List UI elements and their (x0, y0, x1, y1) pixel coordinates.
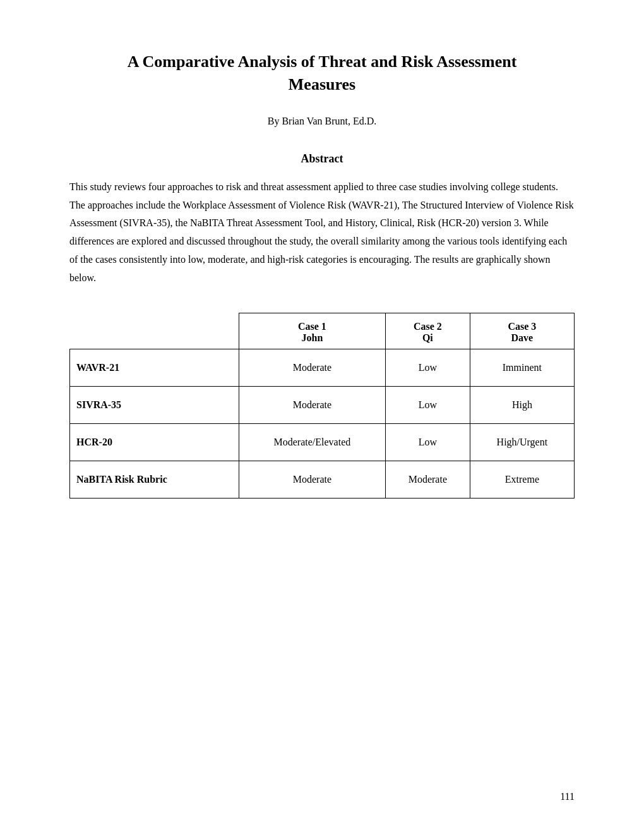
table-row: HCR-20 Moderate/Elevated Low High/Urgent (70, 423, 575, 461)
hcr20-case2: Low (385, 423, 470, 461)
table-row: SIVRA-35 Moderate Low High (70, 386, 575, 423)
hcr20-case3: High/Urgent (470, 423, 574, 461)
case2-header: Case 2 Qi (385, 313, 470, 349)
row-label-sivra35: SIVRA-35 (70, 386, 239, 423)
wavr21-case3: Imminent (470, 349, 574, 386)
page-number: 111 (560, 791, 575, 802)
nabita-case1: Moderate (239, 461, 385, 498)
wavr21-case2: Low (385, 349, 470, 386)
table-row: NaBITA Risk Rubric Moderate Moderate Ext… (70, 461, 575, 498)
abstract-text: This study reviews four approaches to ri… (69, 178, 575, 287)
nabita-case2: Moderate (385, 461, 470, 498)
comparison-table: Case 1 John Case 2 Qi Case 3 Dave WAVR-2… (69, 313, 575, 499)
table-header-row: Case 1 John Case 2 Qi Case 3 Dave (70, 313, 575, 349)
wavr21-case1: Moderate (239, 349, 385, 386)
row-label-nabita: NaBITA Risk Rubric (70, 461, 239, 498)
sivra35-case1: Moderate (239, 386, 385, 423)
hcr20-case1: Moderate/Elevated (239, 423, 385, 461)
table-row: WAVR-21 Moderate Low Imminent (70, 349, 575, 386)
row-label-hcr20: HCR-20 (70, 423, 239, 461)
sivra35-case2: Low (385, 386, 470, 423)
empty-header-cell (70, 313, 239, 349)
nabita-case3: Extreme (470, 461, 574, 498)
abstract-heading: Abstract (69, 152, 575, 166)
page-title: A Comparative Analysis of Threat and Ris… (69, 51, 575, 97)
case1-header: Case 1 John (239, 313, 385, 349)
row-label-wavr21: WAVR-21 (70, 349, 239, 386)
sivra35-case3: High (470, 386, 574, 423)
page: A Comparative Analysis of Threat and Ris… (0, 0, 644, 834)
author-byline: By Brian Van Brunt, Ed.D. (69, 116, 575, 127)
case3-header: Case 3 Dave (470, 313, 574, 349)
